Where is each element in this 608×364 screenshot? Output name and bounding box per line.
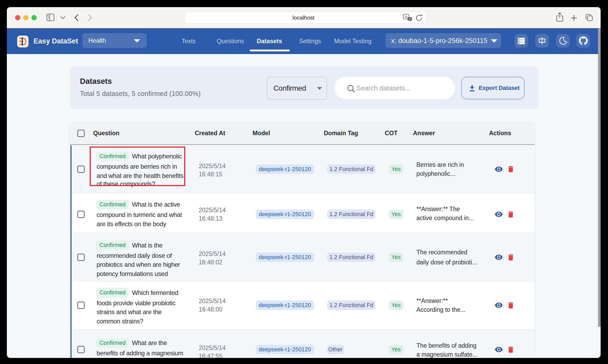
svg-text:x: x	[409, 17, 411, 20]
svg-text:A: A	[405, 15, 407, 19]
